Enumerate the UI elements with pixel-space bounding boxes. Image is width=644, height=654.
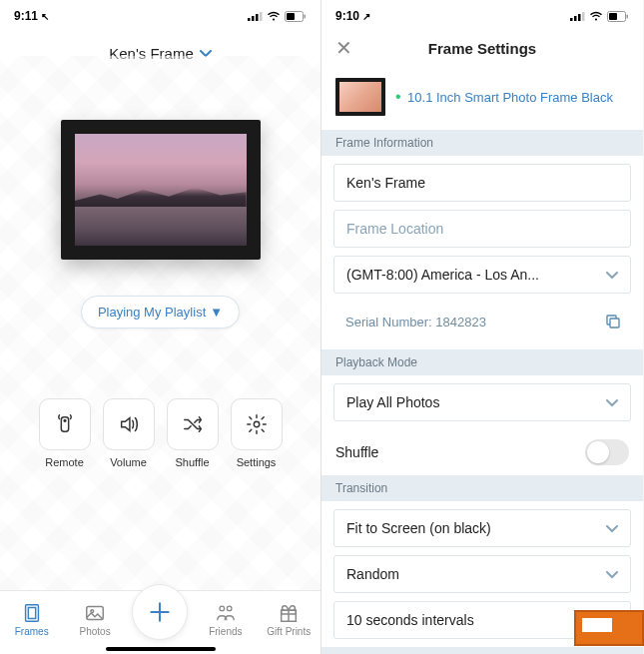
svg-rect-17 — [570, 18, 573, 21]
shuffle-toggle[interactable] — [585, 439, 629, 465]
shuffle-row-label: Shuffle — [335, 444, 378, 460]
playback-mode-select[interactable]: Play All Photos — [333, 383, 631, 421]
svg-rect-19 — [578, 14, 581, 21]
section-playback: Playback Mode — [322, 349, 643, 375]
section-sleep: Sleep Mode — [322, 647, 643, 654]
chevron-down-icon — [606, 267, 618, 283]
svg-rect-11 — [28, 608, 35, 619]
battery-icon — [285, 11, 307, 22]
svg-rect-6 — [305, 14, 307, 18]
copy-button[interactable] — [599, 308, 627, 335]
remote-label: Remote — [45, 456, 84, 468]
friends-icon — [214, 602, 238, 624]
tab-bar: Frames Photos Friends Gift Prints — [0, 590, 321, 654]
frame-name-field[interactable]: Ken's Frame — [333, 164, 631, 202]
playlist-button[interactable]: Playing My Playlist ▼ — [81, 296, 240, 328]
svg-rect-1 — [252, 16, 255, 21]
settings-screen: 9:10 ↗ ✕ Frame Settings • 10.1 Inch Smar… — [322, 0, 643, 654]
tab-photos[interactable]: Photos — [69, 602, 121, 637]
status-time: 9:11 — [14, 9, 38, 23]
status-time: 9:10 — [335, 9, 359, 23]
volume-button[interactable] — [103, 398, 155, 450]
timezone-select[interactable]: (GMT-8:00) America - Los An... — [333, 256, 631, 294]
product-row: • 10.1 Inch Smart Photo Frame Black — [322, 70, 643, 130]
svg-rect-23 — [627, 14, 629, 18]
gift-icon — [278, 602, 300, 624]
section-frame-info: Frame Information — [322, 130, 643, 156]
shuffle-label: Shuffle — [175, 456, 209, 468]
copy-icon — [604, 313, 622, 330]
frames-screen: 9:11 ↖ Ken's Frame Playing My Playlist ▼ — [0, 0, 322, 654]
volume-label: Volume — [110, 456, 147, 468]
section-transition: Transition — [322, 475, 643, 501]
shuffle-button[interactable] — [167, 398, 219, 450]
status-bar-left: 9:11 ↖ — [0, 0, 321, 28]
svg-rect-20 — [582, 12, 585, 21]
svg-rect-18 — [574, 16, 577, 21]
svg-point-8 — [64, 419, 66, 421]
triangle-down-icon: ▼ — [210, 305, 223, 320]
chevron-down-icon — [606, 394, 618, 410]
chevron-down-icon — [606, 566, 618, 582]
cellular-icon — [248, 11, 263, 21]
svg-point-14 — [220, 606, 225, 611]
remote-button[interactable] — [39, 398, 91, 450]
product-name: 10.1 Inch Smart Photo Frame Black — [407, 90, 613, 105]
svg-rect-0 — [248, 18, 251, 21]
serial-number: Serial Number: 1842823 — [345, 315, 486, 329]
tab-frames[interactable]: Frames — [6, 602, 58, 637]
tab-friends[interactable]: Friends — [200, 602, 252, 637]
svg-rect-2 — [256, 14, 259, 21]
photos-icon — [84, 602, 106, 624]
svg-point-15 — [227, 606, 232, 611]
product-thumbnail — [335, 78, 385, 116]
settings-button[interactable] — [231, 398, 283, 450]
svg-point-9 — [254, 421, 260, 427]
tab-gift-prints[interactable]: Gift Prints — [263, 602, 315, 637]
online-status-icon: • — [395, 88, 401, 105]
watermark-logo — [574, 610, 644, 646]
frame-photo — [75, 134, 247, 246]
location-arrow-icon: ↖ — [41, 11, 49, 22]
settings-title: Frame Settings — [335, 40, 629, 57]
frame-preview[interactable] — [61, 120, 261, 260]
action-row: Remote Volume Shuffle — [19, 398, 303, 468]
cellular-icon — [570, 11, 585, 21]
frame-location-field[interactable]: Frame Location — [333, 210, 631, 248]
add-button[interactable] — [132, 584, 188, 640]
location-arrow-icon: ↗ — [362, 11, 370, 22]
chevron-down-icon — [606, 520, 618, 536]
wifi-icon — [267, 11, 281, 21]
status-bar-right: 9:10 ↗ — [322, 0, 643, 28]
playlist-label: Playing My Playlist — [98, 305, 206, 320]
transition-type-select[interactable]: Random — [333, 555, 631, 593]
svg-rect-22 — [609, 13, 617, 20]
svg-rect-5 — [287, 13, 295, 20]
battery-icon — [607, 11, 629, 22]
fit-select[interactable]: Fit to Screen (on black) — [333, 509, 631, 547]
settings-label: Settings — [237, 456, 277, 468]
home-indicator[interactable] — [106, 647, 216, 651]
svg-rect-24 — [610, 319, 619, 327]
frames-icon — [21, 602, 43, 624]
plus-icon — [147, 599, 173, 625]
wifi-icon — [589, 11, 603, 21]
svg-rect-3 — [260, 12, 263, 21]
